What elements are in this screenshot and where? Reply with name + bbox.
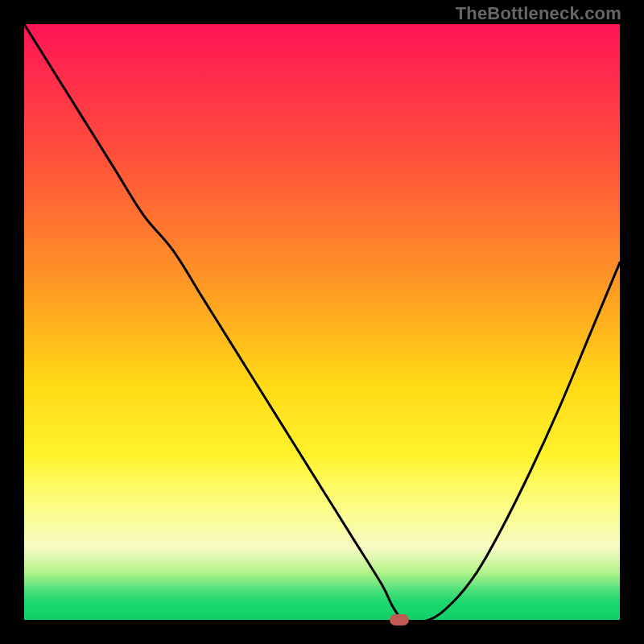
- attribution-label: TheBottleneck.com: [456, 3, 621, 24]
- chart-frame: TheBottleneck.com: [0, 0, 644, 644]
- optimal-point-marker: [390, 614, 409, 625]
- bottleneck-curve: [24, 24, 620, 620]
- plot-area: [24, 24, 620, 620]
